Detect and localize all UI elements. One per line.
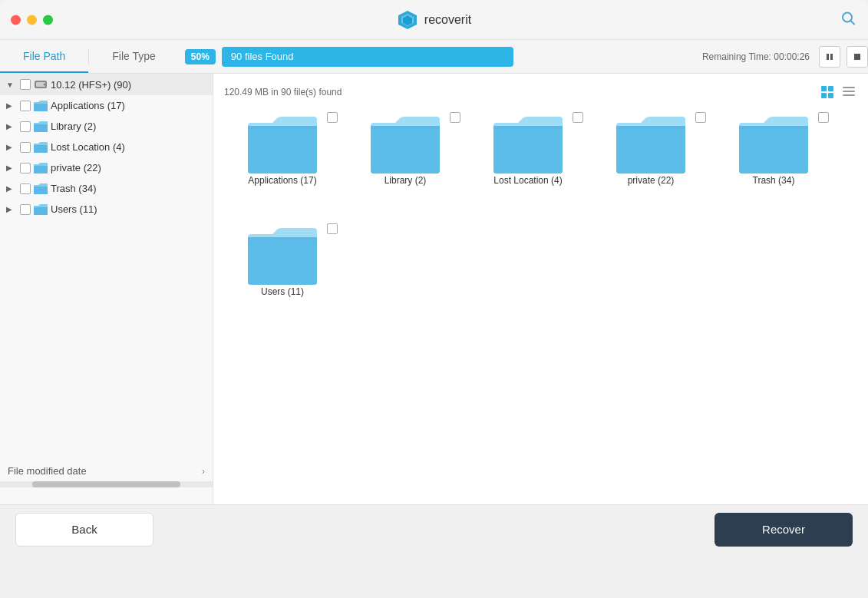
svg-rect-6 <box>830 54 833 60</box>
pause-button[interactable] <box>819 46 840 68</box>
svg-point-10 <box>44 84 46 86</box>
folder-icon <box>34 163 48 173</box>
file-label-users: Users (11) <box>261 286 304 297</box>
hdd-icon <box>34 78 48 91</box>
titlebar: recoverit <box>0 0 868 40</box>
folder-icon-large <box>739 115 808 175</box>
svg-rect-16 <box>843 91 855 92</box>
progress-bar: 90 files Found <box>222 47 513 67</box>
file-label-applications: Applications (17) <box>248 175 316 186</box>
svg-rect-15 <box>843 87 855 88</box>
back-button[interactable]: Back <box>15 513 153 547</box>
chevron-right-icon: ▶ <box>6 143 17 151</box>
file-grid: Applications (17) Library (2) <box>221 106 860 329</box>
file-checkbox-users[interactable] <box>327 223 338 234</box>
sidebar-label-users: Users (11) <box>51 203 97 215</box>
sidebar-checkbox-applications[interactable] <box>20 101 31 111</box>
file-item-private[interactable]: private (22) <box>589 106 712 217</box>
list-view-button[interactable] <box>840 84 857 101</box>
chevron-right-icon: ▶ <box>6 122 17 131</box>
minimize-button[interactable] <box>27 15 37 25</box>
file-item-library[interactable]: Library (2) <box>344 106 467 217</box>
app-name-label: recoverit <box>424 13 471 27</box>
progress-files-found: 90 files Found <box>231 51 294 62</box>
svg-rect-13 <box>821 93 827 98</box>
svg-rect-17 <box>843 94 855 96</box>
content-area: ▼ 10.12 (HFS+) (90) ▶ Applications (17) … <box>0 74 868 504</box>
progress-badge: 50% <box>185 49 216 64</box>
svg-line-4 <box>851 21 855 25</box>
folder-icon-large <box>248 226 317 286</box>
chevron-right-icon: ▶ <box>6 164 17 172</box>
file-item-applications[interactable]: Applications (17) <box>221 106 344 217</box>
file-checkbox-applications[interactable] <box>327 112 338 123</box>
grid-status-text: 120.49 MB in 90 file(s) found <box>224 87 342 97</box>
chevron-right-icon: ▶ <box>6 101 17 110</box>
stop-button[interactable] <box>847 46 868 68</box>
sidebar-root-label: 10.12 (HFS+) (90) <box>51 79 131 91</box>
sidebar-root-item[interactable]: ▼ 10.12 (HFS+) (90) <box>0 74 213 95</box>
sidebar-checkbox-users[interactable] <box>20 204 31 215</box>
tab-file-type[interactable]: File Type <box>89 40 179 73</box>
sidebar-label-private: private (22) <box>51 162 101 173</box>
sidebar-label-applications: Applications (17) <box>51 100 125 111</box>
file-checkbox-private[interactable] <box>695 112 706 123</box>
app-title: recoverit <box>397 9 471 31</box>
sidebar-checkbox-private[interactable] <box>20 163 31 173</box>
folder-icon <box>34 101 48 111</box>
file-checkbox-lost-location[interactable] <box>573 112 583 123</box>
close-button[interactable] <box>11 15 21 25</box>
sidebar-label-library: Library (2) <box>51 121 96 132</box>
root-checkbox[interactable] <box>20 79 31 90</box>
sidebar-checkbox-lost-location[interactable] <box>20 142 31 153</box>
svg-rect-11 <box>821 86 827 91</box>
chevron-right-icon: ▶ <box>6 205 17 213</box>
file-item-trash[interactable]: Trash (34) <box>712 106 835 217</box>
sidebar-item-users[interactable]: ▶ Users (11) <box>0 199 213 220</box>
folder-icon-large <box>371 115 440 175</box>
footer: Back Recover <box>0 504 868 553</box>
file-label-lost-location: Lost Location (4) <box>493 175 562 186</box>
folder-icon-large <box>493 115 563 175</box>
folder-icon <box>34 204 48 215</box>
sidebar: ▼ 10.12 (HFS+) (90) ▶ Applications (17) … <box>0 74 213 504</box>
chevron-right-icon: ▶ <box>6 184 17 193</box>
file-modified-label: File modified date <box>8 465 87 477</box>
folder-icon <box>34 121 48 132</box>
folder-icon-large <box>248 115 317 175</box>
sidebar-item-private[interactable]: ▶ private (22) <box>0 157 213 178</box>
svg-rect-7 <box>854 54 860 60</box>
sidebar-item-library[interactable]: ▶ Library (2) <box>0 116 213 137</box>
file-checkbox-library[interactable] <box>450 112 460 123</box>
folder-icon <box>34 142 48 153</box>
svg-rect-14 <box>828 93 833 98</box>
sidebar-checkbox-trash[interactable] <box>20 183 31 194</box>
sidebar-item-applications[interactable]: ▶ Applications (17) <box>0 95 213 116</box>
folder-icon <box>34 183 48 194</box>
svg-rect-5 <box>827 54 829 60</box>
recover-button[interactable]: Recover <box>715 513 853 547</box>
sidebar-item-lost-location[interactable]: ▶ Lost Location (4) <box>0 137 213 157</box>
file-checkbox-trash[interactable] <box>818 112 829 123</box>
file-item-users[interactable]: Users (11) <box>221 217 344 329</box>
sidebar-scrollbar-thumb[interactable] <box>32 481 181 487</box>
sidebar-checkbox-library[interactable] <box>20 121 31 132</box>
folder-icon-large <box>616 115 685 175</box>
search-icon[interactable] <box>840 10 856 29</box>
file-label-library: Library (2) <box>384 175 427 186</box>
svg-rect-12 <box>828 86 833 91</box>
sidebar-item-trash[interactable]: ▶ Trash (34) <box>0 178 213 199</box>
sidebar-label-lost-location: Lost Location (4) <box>51 141 125 153</box>
file-label-private: private (22) <box>628 175 675 186</box>
file-item-lost-location[interactable]: Lost Location (4) <box>467 106 589 217</box>
sidebar-label-trash: Trash (34) <box>51 183 96 194</box>
tab-file-path[interactable]: File Path <box>0 40 88 73</box>
remaining-time: Remaining Time: 00:00:26 <box>702 51 810 62</box>
view-toggle <box>819 84 857 101</box>
filter-chevron-icon[interactable]: › <box>202 466 205 477</box>
grid-view-button[interactable] <box>819 84 836 101</box>
file-grid-area: 120.49 MB in 90 file(s) found <box>213 74 868 504</box>
maximize-button[interactable] <box>43 15 53 25</box>
app-logo-icon <box>397 9 418 31</box>
file-label-trash: Trash (34) <box>753 175 795 186</box>
